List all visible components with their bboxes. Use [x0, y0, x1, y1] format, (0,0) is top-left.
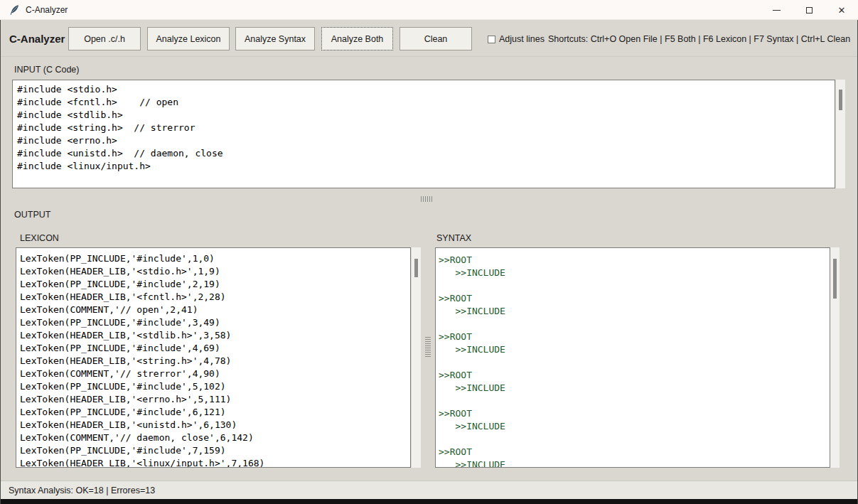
adjust-lines-label: Adjust lines	[499, 34, 545, 44]
window-left-edge	[0, 20, 1, 504]
minimize-button[interactable]	[760, 0, 793, 20]
lexicon-output-text: LexToken(PP_INCLUDE,'#include',1,0) LexT…	[16, 248, 410, 468]
maximize-icon	[806, 7, 813, 14]
analyze-syntax-button[interactable]: Analyze Syntax	[235, 27, 315, 50]
app-name-label: C-Analyzer	[9, 33, 65, 45]
input-code-text: #include <stdio.h> #include <fcntl.h> //…	[13, 80, 835, 188]
close-icon: ✕	[838, 6, 846, 15]
window-controls: ✕	[760, 0, 858, 20]
lexicon-panel-label: LEXICON	[20, 233, 59, 243]
lexicon-scrollbar-thumb[interactable]	[414, 259, 418, 277]
output-section-label: OUTPUT	[14, 210, 50, 220]
input-scrollbar[interactable]	[836, 80, 845, 188]
syntax-output-text: >>ROOT >>INCLUDE >>ROOT >>INCLUDE >>ROOT…	[436, 248, 830, 468]
input-scrollbar-thumb[interactable]	[839, 90, 842, 110]
syntax-output-textarea[interactable]: >>ROOT >>INCLUDE >>ROOT >>INCLUDE >>ROOT…	[435, 247, 830, 468]
open-file-button[interactable]: Open .c/.h	[68, 27, 141, 50]
shortcuts-text: Shortcuts: Ctrl+O Open File | F5 Both | …	[548, 34, 850, 44]
status-bar: Syntax Analysis: OK=18 | Errores=13	[0, 481, 858, 499]
horizontal-splitter-grip[interactable]	[421, 196, 433, 202]
maximize-button[interactable]	[793, 0, 825, 20]
input-section-label: INPUT (C Code)	[14, 65, 79, 75]
window-bottom-edge	[0, 499, 858, 504]
syntax-scrollbar-thumb[interactable]	[833, 259, 837, 299]
adjust-lines-checkbox[interactable]	[488, 36, 495, 43]
vertical-splitter-grip[interactable]	[425, 336, 431, 357]
adjust-lines-group: Adjust lines Shortcuts: Ctrl+O Open File…	[488, 34, 850, 44]
app-window: C-Analyzer ✕ C-Analyzer Open .c/.h Analy…	[0, 0, 858, 504]
toolbar: C-Analyzer Open .c/.h Analyze Lexicon An…	[0, 20, 858, 57]
syntax-scrollbar[interactable]	[830, 247, 840, 468]
status-text: Syntax Analysis: OK=18 | Errores=13	[9, 486, 155, 495]
input-code-textarea[interactable]: #include <stdio.h> #include <fcntl.h> //…	[12, 80, 835, 188]
clean-button[interactable]: Clean	[399, 27, 472, 50]
lexicon-scrollbar[interactable]	[412, 247, 421, 468]
feather-icon	[9, 4, 20, 16]
window-title: C-Analyzer	[26, 5, 68, 15]
close-button[interactable]: ✕	[825, 0, 858, 20]
syntax-panel-label: SYNTAX	[436, 233, 471, 243]
title-bar[interactable]: C-Analyzer ✕	[0, 0, 858, 20]
minimize-icon	[773, 10, 781, 11]
analyze-lexicon-button[interactable]: Analyze Lexicon	[147, 27, 230, 50]
analyze-both-button[interactable]: Analyze Both	[321, 27, 393, 50]
lexicon-output-textarea[interactable]: LexToken(PP_INCLUDE,'#include',1,0) LexT…	[16, 247, 411, 468]
